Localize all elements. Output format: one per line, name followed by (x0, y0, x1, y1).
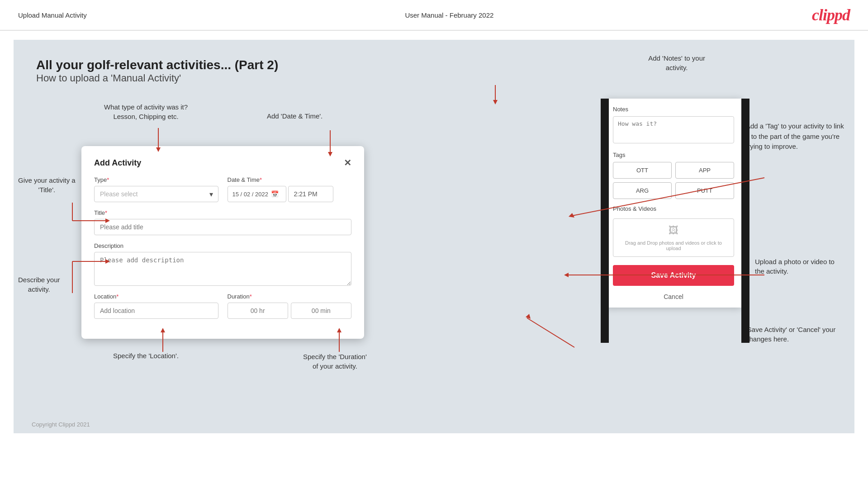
tag-ott[interactable]: OTT (613, 162, 672, 179)
location-label: Location* (94, 293, 218, 300)
top-bar-left-label: Upload Manual Activity (18, 11, 87, 19)
svg-line-20 (527, 318, 574, 347)
type-select-wrapper[interactable]: Please select (94, 186, 218, 202)
annotation-duration-text: Specify the 'Duration'of your activity. (303, 353, 367, 370)
location-input[interactable] (94, 303, 218, 319)
form-row-location-duration: Location* Duration* (94, 293, 351, 319)
duration-group (228, 303, 352, 319)
tag-app[interactable]: APP (675, 162, 734, 179)
annotation-datetime: Add 'Date & Time'. (267, 112, 323, 120)
annotation-type: What type of activity was it?Lesson, Chi… (104, 102, 188, 121)
annotation-title: Give your activity a'Title'. (18, 175, 76, 194)
annotation-notes: Add 'Notes' to youractivity. (648, 53, 705, 72)
annotation-save: 'Save Activity' or 'Cancel' your changes… (746, 325, 845, 344)
form-group-duration: Duration* (228, 293, 352, 319)
annotation-upload: Upload a photo or video to the activity. (755, 257, 845, 276)
annotation-desc: Describe youractivity. (18, 275, 60, 294)
duration-label: Duration* (228, 293, 352, 300)
annotation-datetime-text: Add 'Date & Time'. (267, 112, 323, 120)
svg-marker-17 (569, 213, 574, 218)
photo-icon: 🖼 (669, 225, 678, 237)
annotation-location-text: Specify the 'Location'. (113, 352, 179, 360)
duration-min-input[interactable] (291, 303, 351, 319)
logo: clippd (812, 5, 850, 24)
form-group-datetime: Date & Time* 15 / 02 / 2022 📅 (228, 176, 352, 202)
svg-marker-15 (493, 100, 498, 104)
right-panel-inner: Notes Tags OTT APP ARG PUTT Photos & Vid… (606, 99, 741, 308)
svg-marker-19 (564, 273, 569, 277)
tag-arg[interactable]: ARG (613, 182, 672, 199)
annotation-desc-text: Describe youractivity. (18, 276, 60, 293)
page-heading: All your golf-relevant activities... (Pa… (36, 58, 832, 84)
datetime-label: Date & Time* (228, 176, 352, 183)
title-input[interactable] (94, 219, 351, 235)
form-group-type: Type* Please select (94, 176, 218, 202)
annotation-duration: Specify the 'Duration'of your activity. (303, 352, 367, 371)
modal-title: Add Activity (94, 158, 141, 168)
modal-header: Add Activity ✕ (94, 157, 351, 168)
annotation-title-text: Give your activity a'Title'. (18, 176, 76, 194)
save-activity-button[interactable]: Save Activity (613, 265, 734, 286)
top-bar: Upload Manual Activity User Manual - Feb… (0, 0, 868, 31)
phone-left-bar (601, 99, 609, 343)
notes-section-title: Notes (613, 106, 734, 113)
logo-text: clippd (812, 6, 850, 24)
annotation-save-text: 'Save Activity' or 'Cancel' your changes… (746, 326, 835, 343)
right-panel: Notes Tags OTT APP ARG PUTT Photos & Vid… (606, 99, 741, 308)
phone-right-bar (741, 99, 749, 343)
photos-drop-text: Drag and Drop photos and videos or click… (621, 240, 726, 251)
calendar-icon: 📅 (271, 190, 279, 198)
type-label: Type* (94, 176, 218, 183)
type-select[interactable]: Please select (94, 186, 218, 202)
photos-section-title: Photos & Videos (613, 205, 734, 212)
form-row-title: Title* (94, 209, 351, 235)
form-group-desc: Description (94, 242, 351, 286)
form-group-location: Location* (94, 293, 218, 319)
add-activity-modal: Add Activity ✕ Type* Please select Date … (81, 146, 364, 339)
top-bar-center-label: User Manual - February 2022 (405, 11, 493, 19)
annotation-upload-text: Upload a photo or video to the activity. (755, 258, 835, 275)
main-content: All your golf-relevant activities... (Pa… (14, 40, 854, 433)
date-time-group: 15 / 02 / 2022 📅 (228, 186, 352, 202)
cancel-button[interactable]: Cancel (613, 290, 734, 303)
annotation-tag: Add a 'Tag' to your activity to link it … (746, 121, 845, 152)
duration-hr-input[interactable] (228, 303, 288, 319)
form-row-type-datetime: Type* Please select Date & Time* 15 / 02… (94, 176, 351, 202)
time-input[interactable] (288, 186, 333, 202)
annotation-tag-text: Add a 'Tag' to your activity to link it … (746, 122, 844, 150)
page-title-normal: How to upload a 'Manual Activity' (36, 72, 832, 84)
title-label: Title* (94, 209, 351, 216)
tags-section-title: Tags (613, 152, 734, 158)
tag-putt[interactable]: PUTT (675, 182, 734, 199)
date-input[interactable]: 15 / 02 / 2022 📅 (228, 186, 286, 202)
annotation-type-text: What type of activity was it?Lesson, Chi… (104, 102, 188, 121)
desc-label: Description (94, 242, 351, 249)
date-value: 15 / 02 / 2022 (232, 191, 269, 198)
footer-copyright: Copyright Clippd 2021 (32, 421, 90, 428)
page-title-bold: All your golf-relevant activities... (Pa… (36, 58, 832, 72)
svg-marker-21 (526, 314, 531, 319)
form-group-title: Title* (94, 209, 351, 235)
photos-drop-area[interactable]: 🖼 Drag and Drop photos and videos or cli… (613, 218, 734, 257)
form-row-desc: Description (94, 242, 351, 286)
tags-grid: OTT APP ARG PUTT (613, 162, 734, 199)
annotation-notes-text: Add 'Notes' to youractivity. (648, 53, 705, 72)
notes-textarea[interactable] (613, 116, 734, 143)
modal-close-button[interactable]: ✕ (344, 157, 351, 168)
desc-textarea[interactable] (94, 252, 351, 286)
annotation-location: Specify the 'Location'. (113, 352, 179, 360)
